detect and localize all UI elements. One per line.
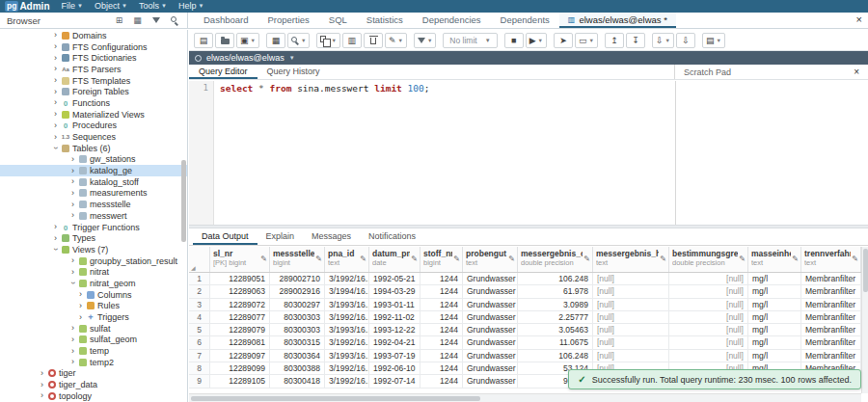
close-scratch-pad-icon[interactable]: × <box>854 67 859 77</box>
tree-item-gw-stations[interactable]: ›gw_stations <box>0 154 187 166</box>
tab-dashboard[interactable]: Dashboard <box>194 13 258 28</box>
chevron-right-icon[interactable]: › <box>52 76 59 85</box>
chevron-right-icon[interactable]: › <box>39 381 45 389</box>
tree-item-sulfat-geom[interactable]: ›sulfat_geom <box>0 335 187 346</box>
table-cell[interactable]: 3/1992/16... <box>325 362 369 375</box>
table-cell[interactable]: 12289063 <box>210 285 270 298</box>
table-cell[interactable]: 12289072 <box>210 299 270 311</box>
table-cell[interactable]: 3.0989 <box>518 299 593 311</box>
column-header-messergebnis_c[interactable]: messergebnis_cdouble precision✎ <box>518 247 593 272</box>
table-cell[interactable]: 11.0675 <box>518 336 593 349</box>
table-cell[interactable]: 1244 <box>420 362 463 375</box>
tree-item-nitrat-geom[interactable]: ›nitrat_geom <box>0 278 187 289</box>
chevron-right-icon[interactable]: › <box>39 369 45 378</box>
table-cell[interactable]: mg/l <box>748 273 801 285</box>
table-cell[interactable]: Membranfilter <box>801 350 861 362</box>
tree-item-columns[interactable]: ›Columns <box>0 289 187 301</box>
edit-column-icon[interactable]: ✎ <box>660 255 666 263</box>
cancel-query-button[interactable]: ■ <box>504 33 524 48</box>
tree-item-temp2[interactable]: ›temp2 <box>0 357 187 368</box>
save-file-button[interactable]: ▣▼ <box>236 33 259 48</box>
table-cell[interactable]: 1244 <box>420 311 463 324</box>
table-cell[interactable]: 1993-07-19 <box>369 350 420 362</box>
table-cell[interactable]: 1992-07-14 <box>369 375 420 388</box>
table-cell[interactable]: 80300418 <box>270 375 325 388</box>
tree-item-tables-6-[interactable]: ›Tables (6) <box>0 143 187 154</box>
chevron-right-icon[interactable]: › <box>69 268 76 277</box>
chevron-right-icon[interactable]: › <box>52 133 59 142</box>
chevron-down-icon[interactable]: › <box>51 246 60 253</box>
menu-tools[interactable]: Tools▼ <box>139 0 167 13</box>
table-cell[interactable]: [null] <box>669 311 748 324</box>
table-cell[interactable]: 1244 <box>420 375 463 388</box>
chevron-right-icon[interactable]: › <box>52 42 59 51</box>
edit-column-icon[interactable]: ✎ <box>360 255 366 263</box>
column-header-stoff_nr[interactable]: stoff_nrbigint✎ <box>420 247 463 272</box>
table-cell[interactable]: [null] <box>593 285 669 298</box>
row-number-cell[interactable]: 3 <box>189 299 210 311</box>
table-cell[interactable]: 1244 <box>420 350 463 362</box>
tree-item-messwert[interactable]: ›messwert <box>0 210 187 222</box>
edit-column-icon[interactable]: ✎ <box>315 255 322 263</box>
tree-item-nitrat[interactable]: ›nitrat <box>0 266 187 278</box>
save-results-button[interactable]: ⇩▼ <box>652 33 674 48</box>
edit-column-icon[interactable]: ✎ <box>260 255 267 263</box>
chevron-right-icon[interactable]: › <box>69 201 76 209</box>
table-cell[interactable]: Grundwasser <box>463 299 518 311</box>
table-cell[interactable]: 3/1992/16... <box>325 273 369 285</box>
table-cell[interactable]: 1244 <box>420 336 463 349</box>
table-cell[interactable]: 1992-06-10 <box>369 362 420 375</box>
row-number-cell[interactable]: 2 <box>189 285 210 298</box>
table-cell[interactable]: 12289051 <box>210 273 270 285</box>
table-cell[interactable]: 1992-11-02 <box>369 311 420 324</box>
tab-notifications[interactable]: Notifications <box>360 228 424 245</box>
tab-dependents[interactable]: Dependents <box>491 13 559 28</box>
tree-item-types[interactable]: ›Types <box>0 232 187 244</box>
download-csv-button[interactable]: ⇩ <box>676 33 695 48</box>
new-query-button[interactable]: ▤ <box>194 33 213 48</box>
connection-bar[interactable]: elwas/elwas@elwas ▼ <box>189 51 868 65</box>
table-cell[interactable]: 61.978 <box>518 285 593 298</box>
rollback-button[interactable]: ↧ <box>626 33 645 48</box>
chevron-right-icon[interactable]: › <box>69 211 76 220</box>
tree-item-sequences[interactable]: ›1.3Sequences <box>0 131 187 143</box>
grid-horizontal-scrollbar[interactable] <box>189 393 861 402</box>
table-cell[interactable]: Membranfilter <box>801 285 861 298</box>
table-cell[interactable]: 3/1992/16... <box>325 375 369 388</box>
table-cell[interactable]: 12289099 <box>210 362 270 375</box>
chevron-right-icon[interactable]: › <box>52 234 59 243</box>
tree-item-fts-templates[interactable]: ›FTS Templates <box>0 75 187 87</box>
open-file-button[interactable] <box>215 33 234 48</box>
table-cell[interactable]: Grundwasser <box>463 336 518 349</box>
chevron-right-icon[interactable]: › <box>52 88 59 96</box>
table-cell[interactable]: 1244 <box>420 285 463 298</box>
table-cell[interactable]: [null] <box>593 324 669 336</box>
table-cell[interactable]: mg/l <box>748 336 801 349</box>
row-number-cell[interactable]: 9 <box>189 375 210 388</box>
tree-item-fts-dictionaries[interactable]: ›FTS Dictionaries <box>0 52 187 64</box>
table-cell[interactable]: 1993-12-22 <box>369 324 420 336</box>
table-cell[interactable]: Grundwasser <box>463 324 518 336</box>
edit-column-icon[interactable]: ✎ <box>508 255 515 263</box>
chevron-right-icon[interactable]: › <box>39 391 45 400</box>
table-cell[interactable]: [null] <box>593 350 669 362</box>
chevron-right-icon[interactable]: › <box>69 189 76 198</box>
tree-item-procedures[interactable]: ›()Procedures <box>0 121 187 132</box>
tree-scrollbar[interactable] <box>181 160 186 242</box>
table-cell[interactable]: [null] <box>593 299 669 311</box>
table-cell[interactable]: 80300315 <box>270 336 325 349</box>
table-cell[interactable]: 12289105 <box>210 375 270 388</box>
table-cell[interactable]: Membranfilter <box>801 324 861 336</box>
chevron-right-icon[interactable]: › <box>69 155 76 164</box>
table-cell[interactable]: [null] <box>669 299 748 311</box>
tab-query-tool[interactable]: ▥ elwas/elwas@elwas * <box>559 13 676 28</box>
tree-item-groupby-station-result[interactable]: ›groupby_station_result <box>0 255 187 267</box>
edit-column-icon[interactable]: ✎ <box>739 255 746 263</box>
close-panel-icon[interactable]: × <box>856 13 862 25</box>
table-cell[interactable]: Grundwasser <box>463 273 518 285</box>
tab-properties[interactable]: Properties <box>258 13 318 28</box>
chevron-right-icon[interactable]: › <box>69 256 76 265</box>
table-cell[interactable]: 80300364 <box>270 350 325 362</box>
edit-column-icon[interactable]: ✎ <box>583 255 590 263</box>
tab-explain[interactable]: Explain <box>258 228 304 245</box>
